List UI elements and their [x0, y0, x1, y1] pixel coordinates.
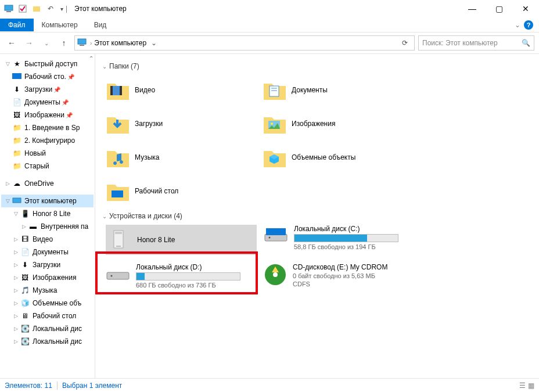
tree-pictures2[interactable]: 🖼Изображения — [1, 271, 94, 284]
tab-computer[interactable]: Компьютер — [34, 19, 86, 31]
folder-icon: 📁 — [12, 149, 22, 158]
chevron-down-icon[interactable]: ⌄ — [102, 63, 107, 70]
objects3d-icon — [263, 145, 287, 170]
expander-icon[interactable] — [12, 339, 20, 344]
drive-free: 58,8 ГБ свободно из 194 ГБ — [294, 243, 415, 250]
breadcrumb-dropdown-icon[interactable]: ⌄ — [149, 39, 159, 47]
expander-icon[interactable] — [12, 300, 20, 306]
maximize-button[interactable]: ▢ — [486, 0, 512, 17]
expander-icon[interactable] — [12, 287, 20, 293]
close-button[interactable]: ✕ — [512, 0, 539, 17]
tree-quick-access[interactable]: ★ Быстрый доступ — [1, 57, 94, 70]
breadcrumb[interactable]: › Этот компьютер ⌄ ⟳ — [74, 35, 415, 51]
tree-documents2[interactable]: 📄Документы — [1, 246, 94, 258]
folder-icon[interactable] — [30, 2, 43, 15]
pc-icon — [77, 38, 88, 48]
tree-onedrive[interactable]: ☁OneDrive — [1, 177, 94, 190]
disk-icon: 💽 — [20, 337, 30, 346]
tree-localdisk-c[interactable]: 💽Локальный дис — [1, 322, 94, 335]
refresh-button[interactable]: ⟳ — [398, 39, 412, 47]
documents-icon: 📄 — [12, 98, 22, 107]
pictures-icon: 🖼 — [20, 273, 30, 282]
view-details-icon[interactable]: ☰ — [519, 382, 526, 390]
tree-folder-config[interactable]: 📁2. Конфигуриро — [1, 134, 94, 147]
drive-d[interactable]: Локальный диск (D:) 680 ГБ свободно из 7… — [106, 263, 257, 293]
tree-localdisk-d[interactable]: 💽Локальный дис — [1, 335, 94, 348]
view-icons-icon[interactable]: ▦ — [528, 382, 534, 390]
tree-video[interactable]: 🎞Видео — [1, 233, 94, 246]
tree-pictures[interactable]: 🖼Изображени📌 — [1, 109, 94, 121]
tree-downloads2[interactable]: ⬇Загрузки — [1, 258, 94, 271]
tree-desktop2[interactable]: 🖥Рабочий стол — [1, 310, 94, 322]
expander-icon[interactable] — [12, 313, 20, 319]
group-folders[interactable]: ⌄ Папки (7) — [102, 62, 532, 70]
cloud-icon: ☁ — [12, 179, 22, 188]
tab-file[interactable]: Файл — [0, 19, 34, 31]
video-icon: 🎞 — [20, 235, 30, 244]
pin-icon: 📌 — [66, 112, 73, 118]
tree-folder-old[interactable]: 📁Старый — [1, 160, 94, 172]
help-icon[interactable]: ? — [524, 20, 533, 30]
drive-name: Локальный диск (D:) — [136, 263, 257, 271]
svg-point-15 — [271, 123, 273, 125]
search-input[interactable]: Поиск: Этот компьютер 🔍 — [418, 35, 534, 51]
tab-view[interactable]: Вид — [86, 19, 115, 31]
checkbox-icon[interactable] — [16, 2, 29, 15]
drive-e[interactable]: CD-дисковод (E:) My CDROM 0 байт свободн… — [264, 263, 415, 293]
expander-icon[interactable] — [12, 326, 20, 332]
ribbon-tabs: Файл Компьютер Вид ⌄ ? — [0, 17, 539, 33]
pictures-icon — [263, 112, 287, 136]
group-devices[interactable]: ⌄ Устройства и диски (4) — [102, 212, 532, 220]
downloads-icon: ⬇ — [12, 85, 22, 94]
folder-objects3d[interactable]: Объемные объекты — [263, 142, 414, 172]
tree-objects3d[interactable]: 🧊Объемные объ — [1, 297, 94, 310]
folder-music[interactable]: Музыка — [106, 142, 257, 172]
chevron-up-icon[interactable]: ⌃ — [89, 55, 94, 62]
expander-icon[interactable] — [3, 181, 12, 186]
tree-this-pc[interactable]: Этот компьютер — [1, 195, 94, 207]
chevron-down-icon[interactable]: ⌄ — [102, 213, 107, 220]
expander-icon[interactable] — [12, 236, 20, 242]
folder-pictures[interactable]: Изображения — [263, 109, 414, 139]
undo-icon[interactable]: ↶ — [44, 2, 57, 15]
tree-folder-new[interactable]: 📁Новый — [1, 147, 94, 160]
desktop-icon — [106, 179, 130, 203]
tree-folder-intro[interactable]: 📁1. Введение в Sp — [1, 121, 94, 134]
tree-documents[interactable]: 📄Документы📌 — [1, 96, 94, 109]
pin-icon: 📌 — [53, 87, 60, 93]
folder-icon: 📁 — [12, 136, 22, 145]
documents-icon: 📄 — [20, 247, 30, 257]
folder-downloads[interactable]: Загрузки — [106, 109, 257, 139]
svg-rect-23 — [107, 272, 129, 279]
ribbon-chevron-icon[interactable]: ⌄ — [515, 21, 520, 29]
qat-dropdown-icon[interactable]: ▾ │ — [58, 2, 71, 15]
tree-honor[interactable]: 📱Honor 8 Lite — [1, 207, 94, 220]
expander-icon[interactable] — [3, 198, 12, 204]
back-button[interactable]: ← — [5, 36, 19, 50]
expander-icon[interactable] — [12, 249, 20, 255]
search-icon[interactable]: 🔍 — [522, 39, 530, 47]
svg-rect-5 — [80, 45, 84, 46]
minimize-button[interactable]: — — [459, 0, 486, 17]
folder-documents[interactable]: Документы — [263, 75, 414, 105]
up-button[interactable]: ↑ — [57, 36, 71, 50]
expander-icon[interactable] — [12, 262, 20, 268]
phone-icon: 📱 — [20, 209, 30, 218]
breadcrumb-label[interactable]: Этот компьютер — [94, 39, 146, 47]
svg-rect-16 — [112, 190, 123, 197]
expander-icon[interactable] — [12, 211, 20, 217]
drive-c[interactable]: Локальный диск (C:) 58,8 ГБ свободно из … — [264, 225, 415, 255]
recent-dropdown-icon[interactable]: ⌄ — [39, 36, 53, 50]
expander-icon[interactable] — [3, 61, 12, 67]
folder-desktop[interactable]: Рабочий стол — [106, 176, 257, 206]
folder-video[interactable]: Видео — [106, 75, 257, 105]
tree-music[interactable]: 🎵Музыка — [1, 284, 94, 297]
forward-button[interactable]: → — [22, 36, 36, 50]
drive-honor[interactable]: Honor 8 Lite — [106, 225, 257, 255]
tree-desktop[interactable]: Рабочий сто.📌 — [1, 70, 94, 83]
expander-icon[interactable] — [20, 224, 28, 229]
desktop-icon — [12, 72, 22, 81]
tree-internal-storage[interactable]: ▬Внутренняя па — [1, 220, 94, 233]
tree-downloads[interactable]: ⬇Загрузки📌 — [1, 83, 94, 96]
expander-icon[interactable] — [12, 275, 20, 280]
